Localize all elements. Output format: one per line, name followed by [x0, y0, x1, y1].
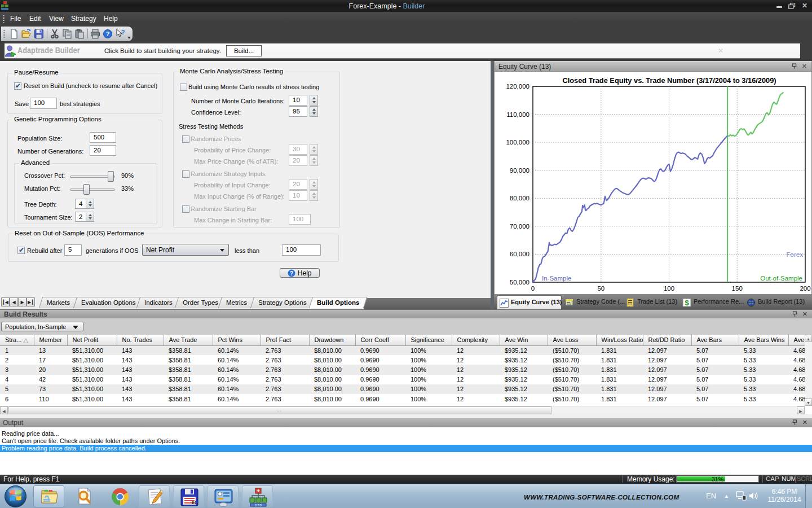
svg-text:150: 150 — [732, 285, 743, 292]
svg-text:Closed Trade Equity vs. Trade: Closed Trade Equity vs. Trade Number (3/… — [562, 76, 776, 85]
svg-text:?: ? — [121, 29, 125, 36]
svg-text:70,000: 70,000 — [510, 223, 529, 230]
svg-text:64: 64 — [192, 501, 196, 505]
svg-text:80,000: 80,000 — [510, 195, 529, 202]
svg-text:110,000: 110,000 — [506, 111, 529, 118]
svg-text:$: $ — [685, 299, 689, 307]
svg-text:60,000: 60,000 — [510, 251, 529, 257]
svg-text:Forex: Forex — [787, 251, 804, 258]
svg-text:0: 0 — [531, 285, 535, 292]
svg-text:D T D: D T D — [255, 504, 262, 507]
svg-text:50: 50 — [597, 285, 604, 292]
svg-text:100,000: 100,000 — [506, 139, 529, 146]
svg-text:?: ? — [290, 270, 293, 277]
svg-text:In-Sample: In-Sample — [542, 275, 571, 282]
svg-text:?: ? — [106, 30, 110, 37]
svg-text:Out-of-Sample: Out-of-Sample — [760, 275, 802, 282]
svg-text:200: 200 — [800, 285, 810, 292]
svg-text:90,000: 90,000 — [510, 167, 529, 174]
svg-text:100: 100 — [664, 285, 674, 292]
svg-text:120,000: 120,000 — [506, 83, 529, 90]
svg-text:50,000: 50,000 — [510, 279, 529, 286]
